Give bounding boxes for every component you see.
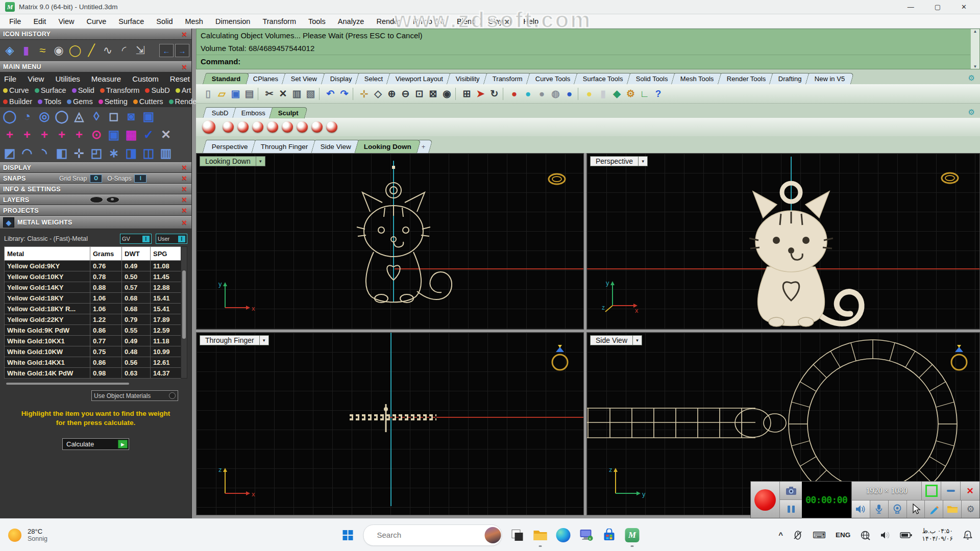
table-row[interactable]: White Gold:14KX1 0.86 0.56 12.61	[5, 357, 182, 368]
search-daily-image[interactable]	[485, 527, 501, 543]
main-menu-item[interactable]: Measure	[91, 74, 121, 83]
metal-weights-header[interactable]: ◆ METAL WEIGHTS ✕	[0, 216, 191, 229]
mirror-tool-icon[interactable]: ◧	[54, 145, 69, 161]
viewport-label-through-finger[interactable]: Through Finger▼	[200, 335, 269, 345]
grid-icon[interactable]: ⊞	[460, 87, 474, 101]
cursor-highlight-button[interactable]	[907, 500, 925, 518]
arc-icon[interactable]: ◜	[116, 42, 132, 59]
reset-button[interactable]: Reset	[170, 74, 190, 83]
zoom-out-icon[interactable]: ⊖	[399, 87, 412, 101]
menubar-item[interactable]: Clayoo	[482, 17, 517, 26]
save-icon[interactable]: ▣	[229, 87, 242, 101]
region-select-button[interactable]	[922, 482, 941, 500]
category-item[interactable]: Builder	[3, 97, 32, 106]
toolbar-tab[interactable]: Drafting	[769, 73, 811, 84]
undo-icon[interactable]: ↶	[324, 87, 337, 101]
ring-tool-icon[interactable]: ◎	[37, 108, 52, 124]
tray-chevron-icon[interactable]: ^	[778, 531, 783, 539]
toolbar-tab[interactable]: Mesh Tools	[671, 73, 723, 84]
gem-icon[interactable]: ◈	[2, 42, 17, 59]
lasso-icon[interactable]: ◉	[51, 42, 66, 59]
icon-history-header[interactable]: ICON HISTORY ✕	[0, 29, 191, 40]
zoom-window-icon[interactable]: ⊡	[412, 87, 426, 101]
clock-widget[interactable]: ۰۴:۵۰ ب.ظ ۱۴۰۴/۰۹/۰۶	[922, 528, 953, 543]
table-row[interactable]: White Gold:10KW 0.75 0.48 10.99	[5, 346, 182, 357]
viewport-label-perspective[interactable]: Perspective▼	[590, 156, 648, 166]
chevron-down-icon[interactable]: ▼	[632, 336, 642, 345]
table-row[interactable]: White Gold:9K PdW 0.86 0.55 12.59	[5, 325, 182, 336]
menubar-item[interactable]: View	[52, 17, 80, 26]
record-button[interactable]	[751, 482, 780, 518]
shaded-sphere-icon[interactable]: ●	[535, 87, 549, 101]
zoom-in-icon[interactable]: ⊕	[385, 87, 399, 101]
toolbar-tab[interactable]: New in V5	[805, 73, 854, 84]
gear-icon[interactable]: ⚙	[968, 73, 975, 83]
col-dwt[interactable]: DWT	[122, 247, 151, 261]
col-spg[interactable]: SPG	[151, 247, 182, 261]
delete-icon[interactable]: ✕	[276, 87, 290, 101]
toolbar-tab[interactable]: Curve Tools	[526, 73, 580, 84]
mode-tab[interactable]: Emboss	[232, 107, 274, 118]
gv-toggle[interactable]: GVI	[120, 234, 152, 244]
volume-icon[interactable]	[880, 531, 890, 540]
no-internet-globe-icon[interactable]	[860, 530, 870, 540]
table-row[interactable]: Yellow Gold:18KY R... 1.06 0.68 15.41	[5, 304, 182, 314]
copy-icon[interactable]: ▥	[290, 87, 304, 101]
viewport-looking-down[interactable]: y x Looking Down▼	[196, 153, 584, 330]
menubar-item[interactable]: Render	[370, 17, 407, 26]
points-on-tool-icon[interactable]: +	[71, 127, 87, 143]
menubar-item[interactable]: Mesh	[179, 17, 209, 26]
pan-icon[interactable]: ⊹	[357, 87, 371, 101]
toolbar-tab[interactable]: Visibility	[447, 73, 489, 84]
rotate-view-icon[interactable]: ↻	[487, 87, 501, 101]
close-icon[interactable]: ✕	[180, 63, 188, 71]
new-file-icon[interactable]: ▯	[201, 87, 215, 101]
toolbar-tab[interactable]: Set View	[282, 73, 326, 84]
snaps-section-header[interactable]: SNAPS Grid Snap O O-Snaps I ✕	[0, 173, 191, 184]
close-icon[interactable]: ✕	[180, 174, 188, 182]
viewport-tab[interactable]: Side View	[311, 140, 360, 153]
add-box-tool-icon[interactable]: +	[19, 127, 35, 143]
maximize-button[interactable]: ▢	[935, 3, 941, 11]
band-tool-icon[interactable]: ◯	[54, 108, 69, 124]
box-tool-icon[interactable]: ▣	[141, 108, 156, 124]
circle-radius-icon[interactable]: ◯	[67, 42, 83, 59]
corner-curve-tool-icon[interactable]: ◝	[37, 145, 52, 161]
sculpt-spike-icon[interactable]	[282, 121, 293, 133]
gem-layout-tool-icon[interactable]: ◬	[71, 108, 87, 124]
command-prompt[interactable]: Command:	[197, 55, 979, 68]
toolbar-tab[interactable]: CPlanes	[244, 73, 287, 84]
sculpt-pinch-icon[interactable]	[267, 121, 278, 133]
menubar-item[interactable]: Transform	[256, 17, 302, 26]
open-output-folder-button[interactable]	[943, 500, 962, 518]
zoom-extents-icon[interactable]: ⊠	[426, 87, 440, 101]
mode-tab[interactable]: Sculpt	[268, 107, 307, 118]
menubar-item[interactable]: Blend	[451, 17, 482, 26]
scale-2d-icon[interactable]: ⇲	[133, 42, 148, 59]
search-bar[interactable]	[363, 524, 502, 546]
menubar-item[interactable]: Edit	[27, 17, 52, 26]
close-button[interactable]: ✕	[961, 3, 967, 11]
viewport-through-finger[interactable]: z x Through Finger▼	[196, 332, 584, 515]
menubar-item[interactable]: Curve	[81, 17, 113, 26]
category-item[interactable]: Curve	[3, 86, 29, 94]
toolbar-tab[interactable]: Surface Tools	[574, 73, 632, 84]
cubes-tool-icon[interactable]: ◩	[2, 145, 17, 161]
lock-icon[interactable]: ▮	[596, 87, 610, 101]
language-indicator[interactable]: ENG	[836, 531, 850, 539]
weight-tool-icon[interactable]: ◊	[89, 108, 104, 124]
menubar-item[interactable]: Help	[517, 17, 545, 26]
split-frames-tool-icon[interactable]: ◫	[141, 145, 156, 161]
viewport-tab[interactable]: Looking Down	[354, 140, 421, 153]
display-section-header[interactable]: DISPLAY ✕	[0, 162, 191, 173]
chevron-down-icon[interactable]: ▼	[256, 157, 265, 166]
search-input[interactable]	[376, 530, 480, 540]
array-tool-icon[interactable]: ▥	[158, 145, 174, 161]
move-icon[interactable]: ◇	[371, 87, 385, 101]
link-tool-icon[interactable]: ▣	[106, 127, 121, 143]
main-menu-item[interactable]: Utilities	[55, 74, 80, 83]
toolbar-tab[interactable]: Transform	[483, 73, 532, 84]
redo-icon[interactable]: ↷	[337, 87, 351, 101]
help-icon[interactable]: ?	[651, 87, 665, 101]
category-item[interactable]: Surface	[35, 86, 66, 94]
